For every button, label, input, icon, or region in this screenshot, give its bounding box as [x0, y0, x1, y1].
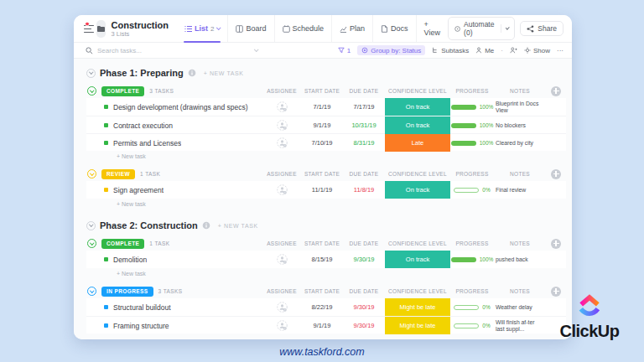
task-notes[interactable]: Blueprint in Docs View: [494, 101, 546, 114]
task-row[interactable]: Framing structure 9/1/19 9/30/19 Might b…: [86, 316, 566, 334]
confidence-cell[interactable]: On track: [385, 251, 450, 268]
share-button[interactable]: Share: [520, 21, 564, 36]
assignee-avatar[interactable]: [277, 320, 288, 331]
due-date[interactable]: 11/8/19: [343, 186, 385, 194]
task-notes[interactable]: Weather delay: [494, 304, 546, 311]
start-date[interactable]: 9/1/19: [301, 322, 343, 329]
group-by-button[interactable]: Group by: Status: [357, 45, 425, 55]
progress-cell[interactable]: 0%: [450, 304, 494, 310]
more-options-button[interactable]: ···: [557, 47, 564, 54]
task-status-bullet[interactable]: [104, 257, 108, 261]
show-button[interactable]: Show: [524, 47, 550, 54]
start-date[interactable]: 8/22/19: [301, 303, 343, 311]
start-date[interactable]: 11/1/19: [301, 186, 343, 194]
subtasks-button[interactable]: Subtasks: [432, 47, 469, 54]
new-task-button[interactable]: + New task: [86, 151, 566, 162]
sidebar-menu-button[interactable]: [84, 24, 89, 34]
search-input[interactable]: Search tasks...: [86, 47, 257, 54]
confidence-cell[interactable]: On track: [385, 116, 450, 134]
progress-cell[interactable]: 100%: [450, 256, 494, 262]
phase-new-task-button[interactable]: + NEW TASK: [204, 70, 244, 76]
assignee-avatar[interactable]: [277, 302, 288, 313]
progress-cell[interactable]: 0%: [450, 323, 494, 328]
task-notes[interactable]: pushed back: [494, 256, 546, 263]
due-date[interactable]: 7/17/19: [343, 103, 385, 111]
task-row[interactable]: Demolition 8/15/19 9/30/19 On track 100%…: [86, 251, 566, 268]
due-date[interactable]: 8/31/19: [343, 139, 385, 147]
task-name[interactable]: Structural buildout: [113, 303, 171, 312]
due-date[interactable]: 10/31/19: [343, 122, 385, 129]
task-row[interactable]: Structural buildout 8/22/19 9/30/19 Migh…: [86, 298, 566, 316]
assignee-avatar[interactable]: [277, 137, 288, 148]
confidence-cell[interactable]: On track: [385, 181, 450, 199]
task-status-bullet[interactable]: [104, 323, 108, 328]
add-view-button[interactable]: + View: [416, 15, 448, 42]
tab-schedule[interactable]: Schedule: [274, 15, 332, 42]
task-name[interactable]: Sign agreement: [113, 186, 164, 194]
assignee-avatar[interactable]: [277, 120, 288, 131]
collapse-group-button[interactable]: [87, 239, 96, 248]
task-name[interactable]: Design development (drawings and specs): [113, 103, 248, 111]
task-status-bullet[interactable]: [104, 305, 108, 309]
task-notes[interactable]: Cleared by city: [494, 140, 546, 147]
start-date[interactable]: 7/1/19: [301, 103, 343, 111]
task-row[interactable]: Sign agreement 11/1/19 11/8/19 On track …: [86, 181, 566, 199]
filter-button[interactable]: 1: [338, 47, 351, 54]
collapse-group-button[interactable]: [87, 169, 96, 178]
task-status-bullet[interactable]: [104, 105, 108, 109]
start-date[interactable]: 8/15/19: [301, 256, 343, 263]
progress-cell[interactable]: 0%: [450, 187, 494, 193]
status-badge-review[interactable]: REVIEW: [101, 169, 135, 179]
task-notes[interactable]: Will finish af-ter last suppl...: [494, 319, 546, 333]
task-row[interactable]: Contract execution 9/1/19 10/31/19 On tr…: [86, 116, 566, 133]
assignee-avatar[interactable]: [277, 254, 288, 265]
add-column-button[interactable]: [551, 86, 561, 96]
due-date[interactable]: 9/30/19: [343, 303, 385, 311]
progress-cell[interactable]: 100%: [450, 140, 494, 146]
me-filter-button[interactable]: Me: [475, 47, 494, 54]
progress-cell[interactable]: 100%: [450, 122, 494, 128]
progress-cell[interactable]: 100%: [450, 104, 494, 110]
task-name[interactable]: Permits and Licenses: [113, 139, 181, 147]
confidence-cell[interactable]: Might be late: [385, 317, 450, 334]
task-status-bullet[interactable]: [104, 123, 108, 127]
confidence-cell[interactable]: Might be late: [385, 298, 450, 316]
task-name[interactable]: Demolition: [113, 256, 147, 264]
collapse-group-button[interactable]: [87, 287, 96, 296]
task-status-bullet[interactable]: [104, 141, 108, 145]
tab-list[interactable]: List 2: [177, 15, 227, 42]
collapse-group-button[interactable]: [87, 86, 96, 96]
due-date[interactable]: 9/30/19: [343, 256, 385, 263]
new-task-button[interactable]: + New task: [86, 268, 566, 279]
task-name[interactable]: Contract execution: [113, 122, 173, 130]
status-badge-complete[interactable]: COMPLETE: [101, 86, 144, 96]
collapse-phase-button[interactable]: [86, 69, 96, 78]
task-row[interactable]: Design development (drawings and specs) …: [86, 98, 566, 116]
task-name[interactable]: Framing structure: [113, 322, 169, 330]
add-column-button[interactable]: [551, 169, 561, 179]
automate-button[interactable]: Automate (0): [448, 17, 515, 40]
start-date[interactable]: 9/1/19: [301, 122, 343, 129]
task-status-bullet[interactable]: [104, 188, 108, 192]
phase-new-task-button[interactable]: + NEW TASK: [218, 223, 258, 229]
assignee-avatar[interactable]: [277, 101, 288, 112]
confidence-cell[interactable]: Late: [385, 134, 450, 152]
status-badge-complete[interactable]: COMPLETE: [101, 239, 144, 249]
start-date[interactable]: 7/10/19: [301, 139, 343, 147]
confidence-cell[interactable]: On track: [385, 98, 450, 116]
task-row[interactable]: Permits and Licenses 7/10/19 8/31/19 Lat…: [86, 133, 566, 151]
chevron-down-icon: [506, 26, 510, 30]
collapse-phase-button[interactable]: [86, 221, 96, 230]
info-icon: [202, 221, 210, 230]
tab-board[interactable]: Board: [227, 15, 273, 42]
new-task-button[interactable]: + New task: [86, 199, 566, 209]
assignees-button[interactable]: [510, 47, 517, 54]
tab-docs[interactable]: Docs: [372, 15, 416, 42]
add-column-button[interactable]: [551, 239, 561, 249]
status-badge-in-progress[interactable]: IN PROGRESS: [101, 287, 153, 297]
task-notes[interactable]: No blockers: [494, 122, 546, 129]
due-date[interactable]: 9/30/19: [343, 322, 385, 329]
tab-plan[interactable]: Plan: [331, 15, 372, 42]
assignee-avatar[interactable]: [277, 184, 288, 195]
task-notes[interactable]: Final review: [494, 187, 546, 194]
